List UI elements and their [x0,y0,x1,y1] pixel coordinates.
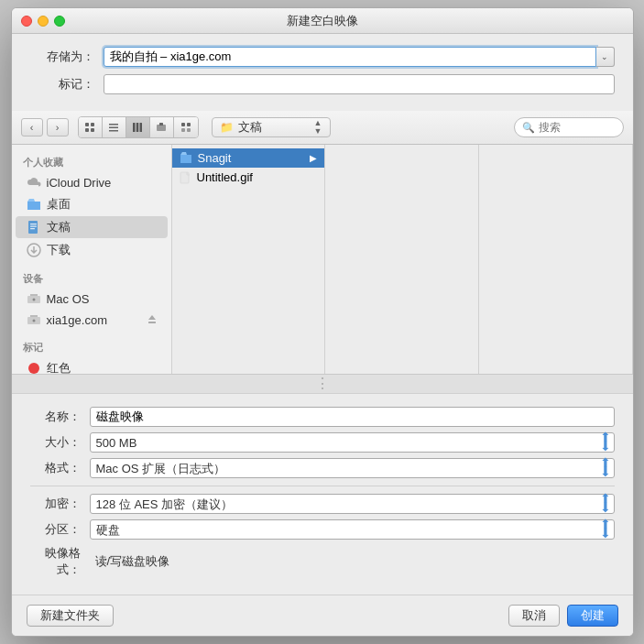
window-controls [21,16,65,27]
forward-button[interactable]: › [47,118,69,136]
sidebar-item-macos-label: Mac OS [47,292,90,306]
save-input[interactable] [104,47,596,67]
footer: 新建文件夹 取消 创建 [12,595,633,636]
save-label: 存储为： [30,49,104,65]
file-column-2 [325,145,479,374]
tags-row: 标记： [30,74,615,94]
snagit-label: Snagit [198,151,232,165]
format-select-wrap: Mac OS 扩展（日志式） Mac OS 扩展 FAT32 exFAT ⬆⬇ [90,458,615,478]
file-browser: 个人收藏 iCloud Drive 桌面 文稿 [12,145,633,374]
svg-rect-18 [30,226,37,227]
svg-rect-9 [140,123,143,132]
svg-rect-12 [181,123,185,126]
xia1ge-disk-icon [27,312,41,327]
sidebar-item-documents-label: 文稿 [47,219,71,235]
file-columns: Snagit ▶ Untitled.gif [172,145,633,374]
name-input[interactable] [90,407,615,427]
view-column-button[interactable] [126,117,150,137]
tags-label: 标记： [30,76,104,93]
top-form: 存储为： ⌄ 标记： [12,34,633,111]
file-item-snagit[interactable]: Snagit ▶ [172,148,325,168]
window-title: 新建空白映像 [287,13,358,29]
bottom-form: 名称： 大小： 500 MB 1 GB 2 GB 5 GB 10 GB ⬆⬇ 格… [12,393,633,595]
svg-point-24 [32,320,35,322]
sidebar-item-red-label: 红色 [47,360,71,374]
icloud-icon [27,175,41,190]
titlebar: 新建空白映像 [12,8,633,34]
file-item-untitled[interactable]: Untitled.gif [172,168,325,187]
encrypt-select[interactable]: 128 位 AES 加密（建议） 256 位 AES 加密 无 [90,494,615,514]
svg-rect-11 [159,123,163,126]
imgformat-label: 映像格式： [30,545,90,578]
partition-select[interactable]: 硬盘 CD/DVD 无 [90,519,615,540]
view-icons-button[interactable] [79,117,103,137]
svg-rect-16 [28,221,38,234]
cancel-button[interactable]: 取消 [508,605,560,627]
imgformat-row: 映像格式： 读/写磁盘映像 [30,545,615,578]
sidebar: 个人收藏 iCloud Drive 桌面 文稿 [12,145,172,374]
svg-rect-5 [109,127,118,129]
search-box: 🔍 [514,117,624,137]
location-box[interactable]: 📁 文稿 ▲▼ [212,117,331,137]
search-icon: 🔍 [522,122,535,134]
untitled-label: Untitled.gif [197,170,253,184]
location-arrows-icon: ▲▼ [314,119,322,136]
file-column-1: Snagit ▶ Untitled.gif [172,145,326,374]
view-cover-button[interactable] [150,117,174,137]
back-button[interactable]: ‹ [21,118,43,136]
sidebar-section-tags: 标记 [12,337,171,356]
downloads-icon [27,243,41,257]
svg-rect-8 [136,123,139,132]
encrypt-select-wrap: 128 位 AES 加密（建议） 256 位 AES 加密 无 ⬆⬇ [90,494,615,514]
sidebar-section-devices: 设备 [12,268,171,288]
format-select[interactable]: Mac OS 扩展（日志式） Mac OS 扩展 FAT32 exFAT [90,458,615,478]
sidebar-item-icloud[interactable]: iCloud Drive [16,172,168,192]
footer-left: 新建文件夹 [27,605,114,627]
maximize-button[interactable] [54,16,65,27]
resize-handle[interactable]: ⋮ [12,374,633,393]
svg-rect-6 [109,130,118,132]
svg-rect-15 [187,128,191,132]
svg-point-22 [32,299,35,301]
size-select-wrap: 500 MB 1 GB 2 GB 5 GB 10 GB ⬆⬇ [90,432,615,453]
main-window: 新建空白映像 存储为： ⌄ 标记： ‹ › [11,7,634,637]
svg-rect-7 [133,123,136,132]
size-row: 大小： 500 MB 1 GB 2 GB 5 GB 10 GB ⬆⬇ [30,432,615,453]
sidebar-item-documents[interactable]: 文稿 [16,216,168,238]
save-chevron-button[interactable]: ⌄ [596,47,615,67]
view-list-button[interactable] [103,117,126,137]
sidebar-item-downloads[interactable]: 下载 [16,239,168,261]
form-divider [30,486,615,486]
sidebar-item-desktop[interactable]: 桌面 [16,193,168,215]
sidebar-item-icloud-label: iCloud Drive [47,176,112,190]
svg-rect-25 [148,322,156,323]
sidebar-item-xia1ge[interactable]: xia1ge.com [16,310,168,330]
close-button[interactable] [21,16,32,27]
snagit-arrow-icon: ▶ [310,153,317,163]
macos-disk-icon [27,291,41,306]
encrypt-row: 加密： 128 位 AES 加密（建议） 256 位 AES 加密 无 ⬆⬇ [30,494,615,514]
svg-rect-10 [157,125,166,131]
search-input[interactable] [539,121,612,134]
sidebar-item-downloads-label: 下载 [47,242,71,258]
svg-rect-19 [30,228,35,229]
size-select[interactable]: 500 MB 1 GB 2 GB 5 GB 10 GB [90,432,615,453]
eject-icon [147,314,157,325]
save-row: 存储为： ⌄ [30,47,615,67]
sidebar-item-xia1ge-label: xia1ge.com [47,313,107,327]
format-label: 格式： [30,460,90,476]
desktop-folder-icon [27,197,41,212]
new-folder-button[interactable]: 新建文件夹 [27,605,114,627]
tags-input[interactable] [104,74,615,94]
view-more-button[interactable] [174,117,198,137]
sidebar-item-macos[interactable]: Mac OS [16,289,168,309]
create-button[interactable]: 创建 [567,605,618,627]
toolbar: ‹ › 📁 文稿 ▲▼ [12,111,633,145]
format-row: 格式： Mac OS 扩展（日志式） Mac OS 扩展 FAT32 exFAT… [30,458,615,478]
save-input-wrap: ⌄ [104,47,615,67]
svg-rect-17 [30,224,37,224]
partition-label: 分区： [30,521,90,538]
sidebar-item-red[interactable]: 红色 [16,357,168,374]
location-text: 文稿 [238,119,311,136]
minimize-button[interactable] [38,16,49,27]
